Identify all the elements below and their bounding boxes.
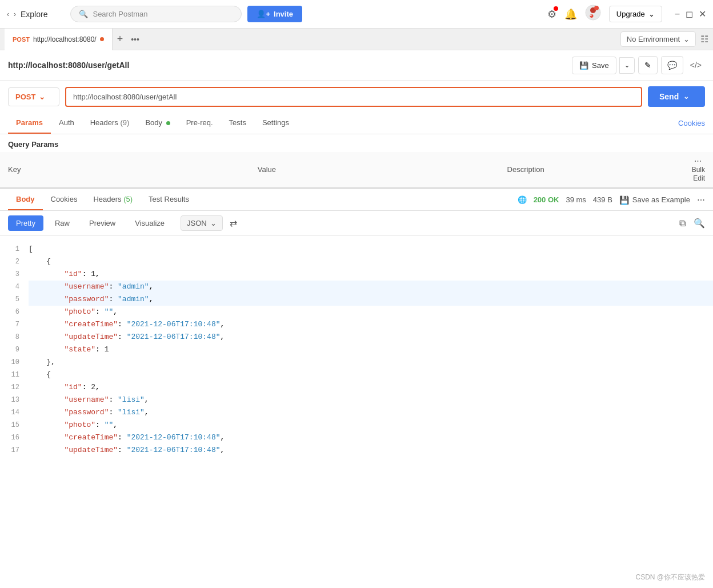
more-options-icon[interactable]: ⋯ — [694, 157, 702, 165]
tab-headers-label: Headers (9) — [90, 118, 130, 127]
code-line: 8 "updateTime": "2021-12-06T17:10:48", — [0, 331, 713, 343]
tab-settings-label: Settings — [262, 118, 289, 127]
comment-button[interactable]: 💬 — [661, 56, 683, 74]
json-key: "username" — [64, 395, 109, 404]
save-as-example-button[interactable]: 💾 Save as Example — [619, 195, 690, 205]
resp-tab-test-results[interactable]: Test Results — [141, 189, 197, 210]
globe-icon: 🌐 — [518, 195, 527, 204]
line-content: }, — [29, 356, 713, 369]
line-number: 13 — [0, 394, 29, 406]
action-buttons: 💾 Save ⌄ ✎ 💬 </> — [572, 56, 705, 74]
environment-selector[interactable]: No Environment ⌄ — [620, 31, 696, 47]
wrap-icon[interactable]: ⇄ — [230, 218, 237, 229]
tab-auth-label: Auth — [59, 118, 74, 127]
col-actions-header: ⋯ Bulk Edit — [678, 152, 713, 187]
fmt-tab-visualize[interactable]: Visualize — [127, 215, 173, 231]
method-label: POST — [15, 93, 35, 101]
upgrade-button[interactable]: Upgrade ⌄ — [609, 6, 662, 22]
new-tab-button[interactable]: + — [113, 33, 128, 45]
env-chevron-icon: ⌄ — [683, 35, 690, 43]
fmt-tab-preview[interactable]: Preview — [81, 215, 123, 231]
line-number: 17 — [0, 444, 29, 457]
minimize-button[interactable]: − — [675, 9, 680, 19]
bulk-edit-link[interactable]: Bulk Edit — [692, 166, 705, 182]
line-content: "state": 1 — [29, 343, 713, 356]
send-button[interactable]: Send ⌄ — [648, 86, 705, 107]
tab-settings[interactable]: Settings — [254, 113, 297, 134]
format-type-selector[interactable]: JSON ⌄ — [181, 215, 223, 231]
line-content: { — [29, 369, 713, 381]
tab-body[interactable]: Body — [137, 113, 178, 134]
tab-tests[interactable]: Tests — [221, 113, 254, 134]
col-desc-header: Description — [499, 152, 678, 187]
method-chevron-icon: ⌄ — [39, 93, 45, 101]
query-params-label: Query Params — [0, 134, 713, 152]
code-line: 7 "createTime": "2021-12-06T17:10:48", — [0, 318, 713, 331]
response-more-icon[interactable]: ⋯ — [697, 195, 705, 205]
line-number: 2 — [0, 255, 29, 268]
search-response-icon[interactable]: 🔍 — [694, 218, 705, 229]
user-avatar[interactable]: ◕ — [585, 5, 601, 24]
save-example-label: Save as Example — [632, 195, 690, 204]
copy-icon[interactable]: ⧉ — [679, 218, 686, 229]
code-line: 15 "photo": "", — [0, 419, 713, 431]
request-url-title: http://localhost:8080/user/getAll — [8, 61, 566, 70]
save-button[interactable]: 💾 Save — [572, 57, 616, 74]
code-button[interactable]: </> — [687, 57, 705, 74]
url-input[interactable]: http://localhost:8080/user/getAll — [65, 87, 642, 107]
line-content: "photo": "", — [29, 306, 713, 318]
cookies-link[interactable]: Cookies — [678, 119, 705, 127]
resp-tab-cookies[interactable]: Cookies — [43, 189, 86, 210]
settings-button[interactable]: ⚙ — [547, 8, 556, 21]
json-key: "photo" — [64, 307, 95, 316]
watermark: CSDN @你不应该热爱 — [635, 573, 705, 582]
json-string: "" — [105, 307, 114, 316]
json-string: "2021-12-06T17:10:48" — [127, 446, 221, 454]
search-bar[interactable]: 🔍 Search Postman — [70, 6, 242, 22]
code-line: 13 "username": "lisi", — [0, 394, 713, 406]
back-icon[interactable]: ‹ — [7, 10, 9, 18]
fmt-raw-label: Raw — [55, 219, 70, 227]
line-content: "password": "lisi", — [29, 406, 713, 419]
fmt-preview-label: Preview — [89, 219, 115, 227]
window-controls: − ◻ ✕ — [675, 9, 706, 19]
code-line: 11 { — [0, 369, 713, 381]
json-number: 1 — [91, 270, 95, 278]
resp-tab-headers[interactable]: Headers (5) — [85, 189, 141, 210]
notifications-button[interactable]: 🔔 — [564, 8, 577, 21]
fmt-tab-pretty[interactable]: Pretty — [8, 215, 43, 231]
tab-overflow-button[interactable]: ••• — [127, 35, 143, 44]
json-string: "2021-12-06T17:10:48" — [127, 433, 221, 442]
resp-tab-body[interactable]: Body — [8, 189, 43, 210]
fmt-tab-raw[interactable]: Raw — [47, 215, 78, 231]
line-number: 15 — [0, 419, 29, 431]
forward-icon[interactable]: › — [14, 10, 16, 18]
tab-params[interactable]: Params — [8, 113, 51, 134]
tab-auth[interactable]: Auth — [51, 113, 82, 134]
resp-tab-cookies-label: Cookies — [51, 195, 78, 203]
fmt-pretty-label: Pretty — [16, 219, 35, 227]
tab-prereq[interactable]: Pre-req. — [178, 113, 221, 134]
tab-headers[interactable]: Headers (9) — [82, 113, 138, 134]
line-number: 9 — [0, 343, 29, 356]
close-button[interactable]: ✕ — [699, 9, 706, 19]
format-type-chevron-icon: ⌄ — [210, 219, 217, 227]
json-string: "lisi" — [118, 395, 145, 404]
grid-icon[interactable]: ☷ — [700, 34, 708, 45]
invite-button[interactable]: 👤+ Invite — [247, 6, 302, 22]
code-line: 17 "updateTime": "2021-12-06T17:10:48", — [0, 444, 713, 457]
maximize-button[interactable]: ◻ — [686, 9, 693, 19]
resp-tab-headers-label: Headers (5) — [93, 195, 133, 203]
response-tabs: Body Cookies Headers (5) Test Results 🌐 … — [0, 189, 713, 211]
edit-button[interactable]: ✎ — [638, 56, 658, 74]
line-content: "updateTime": "2021-12-06T17:10:48", — [29, 444, 713, 457]
tab-url: http://localhost:8080/ — [33, 35, 97, 43]
line-content: { — [29, 255, 713, 268]
json-key: "state" — [64, 345, 95, 354]
method-selector[interactable]: POST ⌄ — [8, 87, 59, 106]
code-line: 3 "id": 1, — [0, 268, 713, 281]
request-tab[interactable]: POST http://localhost:8080/ — [5, 29, 113, 50]
json-bracket: }, — [29, 358, 55, 366]
line-number: 6 — [0, 306, 29, 318]
save-dropdown-button[interactable]: ⌄ — [619, 57, 635, 74]
